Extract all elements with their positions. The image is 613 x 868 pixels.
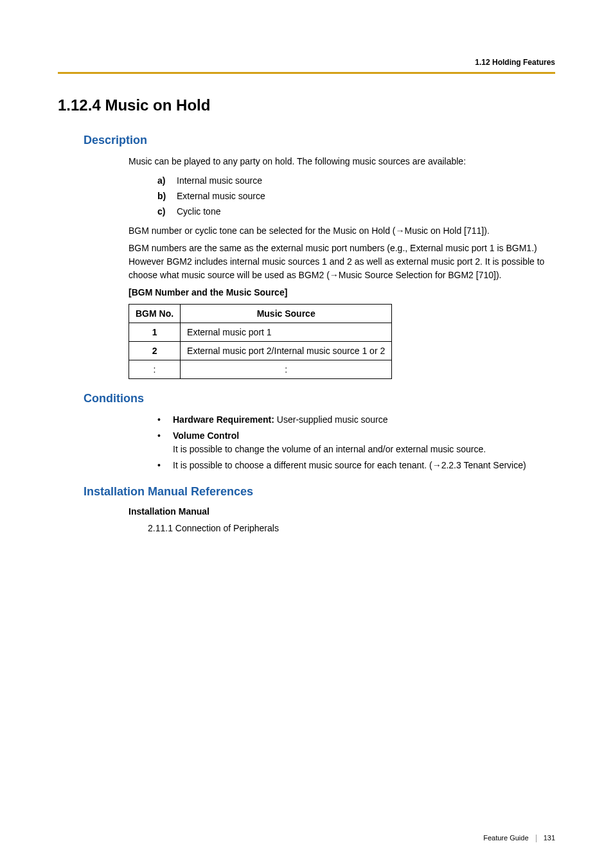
description-heading: Description: [84, 134, 555, 147]
bullet-icon: •: [157, 459, 173, 472]
footer-label: Feature Guide: [483, 834, 528, 842]
description-content: Music can be played to any party on hold…: [129, 155, 555, 379]
cross-ref-link[interactable]: Music on Hold [711]).: [405, 226, 490, 236]
condition-label: Hardware Requirement:: [173, 414, 277, 425]
condition-item: • Volume Control It is possible to chang…: [157, 429, 555, 456]
description-para1: BGM number or cyclic tone can be selecte…: [129, 224, 555, 238]
installation-ref: 2.11.1 Connection of Peripherals: [148, 523, 555, 533]
footer-divider: [536, 835, 537, 842]
page-title: 1.12.4 Music on Hold: [58, 96, 555, 114]
installation-subheading: Installation Manual: [129, 506, 555, 517]
conditions-content: • Hardware Requirement: User-supplied mu…: [129, 413, 555, 472]
header-breadcrumb: 1.12 Holding Features: [475, 58, 555, 67]
table-cell-source: External music port 1: [181, 323, 392, 342]
list-text: Internal music source: [177, 173, 262, 189]
list-marker: b): [157, 189, 177, 204]
table-row: 1 External music port 1: [129, 323, 392, 342]
conditions-heading: Conditions: [84, 392, 555, 405]
installation-heading: Installation Manual References: [84, 485, 555, 499]
table-header-bgm: BGM No.: [129, 305, 181, 323]
table-row: : :: [129, 360, 392, 379]
bullet-icon: •: [157, 413, 173, 427]
condition-content: Volume Control It is possible to change …: [173, 429, 555, 456]
table-cell-source: External music port 2/Internal music sou…: [181, 342, 392, 360]
bgm-table: BGM No. Music Source 1 External music po…: [129, 304, 392, 379]
condition-item: • It is possible to choose a different m…: [157, 459, 555, 472]
list-item-b: b) External music source: [157, 189, 555, 204]
table-cell-source: :: [181, 360, 392, 379]
table-cell-bgm: 2: [129, 342, 181, 360]
footer-page-number: 131: [544, 834, 555, 842]
table-cell-bgm: 1: [129, 323, 181, 342]
conditions-list: • Hardware Requirement: User-supplied mu…: [157, 413, 555, 472]
list-item-a: a) Internal music source: [157, 173, 555, 189]
list-marker: c): [157, 204, 177, 220]
arrow-icon: →: [432, 460, 441, 470]
cross-ref-link[interactable]: Music Source Selection for BGM2 [710]).: [339, 270, 502, 280]
para-text: BGM number or cyclic tone can be selecte…: [129, 226, 396, 236]
condition-text: User-supplied music source: [277, 414, 388, 425]
table-row: 2 External music port 2/Internal music s…: [129, 342, 392, 360]
installation-content: Installation Manual 2.11.1 Connection of…: [129, 506, 555, 533]
condition-label: Volume Control: [173, 430, 239, 441]
list-item-c: c) Cyclic tone: [157, 204, 555, 220]
list-text: Cyclic tone: [177, 204, 220, 220]
arrow-icon: →: [396, 226, 405, 236]
condition-item: • Hardware Requirement: User-supplied mu…: [157, 413, 555, 427]
table-header-source: Music Source: [181, 305, 392, 323]
arrow-icon: →: [330, 270, 339, 280]
music-source-list: a) Internal music source b) External mus…: [157, 173, 555, 219]
page-footer: Feature Guide 131: [483, 834, 555, 842]
list-marker: a): [157, 173, 177, 189]
bullet-icon: •: [157, 429, 173, 456]
description-intro: Music can be played to any party on hold…: [129, 155, 555, 168]
condition-content: It is possible to choose a different mus…: [173, 459, 555, 472]
header-divider: [58, 72, 555, 74]
description-para2: BGM numbers are the same as the external…: [129, 242, 555, 282]
table-header-row: BGM No. Music Source: [129, 305, 392, 323]
condition-content: Hardware Requirement: User-supplied musi…: [173, 413, 555, 427]
cross-ref-link[interactable]: 2.2.3 Tenant Service): [441, 460, 526, 470]
condition-text: It is possible to change the volume of a…: [173, 444, 486, 454]
condition-text: It is possible to choose a different mus…: [173, 460, 432, 470]
table-cell-bgm: :: [129, 360, 181, 379]
table-heading: [BGM Number and the Music Source]: [129, 287, 555, 297]
list-text: External music source: [177, 189, 265, 204]
